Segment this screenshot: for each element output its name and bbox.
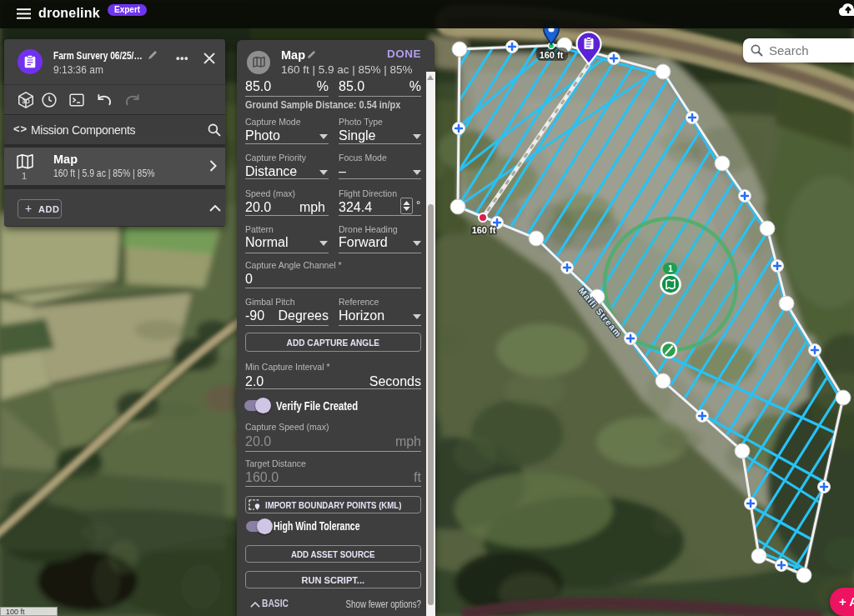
svg-text:160 ft: 160 ft	[472, 225, 496, 235]
svg-text:3D: 3D	[22, 98, 29, 105]
svg-text:160 ft: 160 ft	[540, 50, 564, 60]
svg-text:1: 1	[668, 264, 673, 273]
